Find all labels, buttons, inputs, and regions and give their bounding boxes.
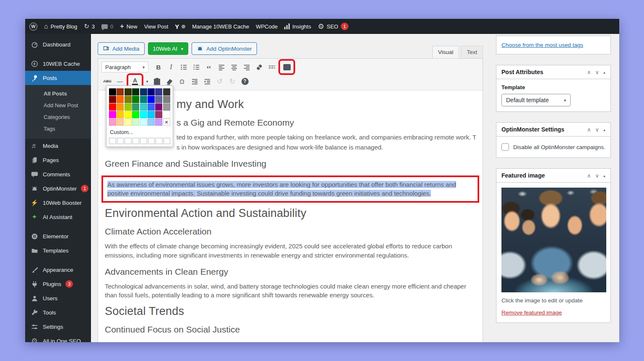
sidebar-item-comments[interactable]: Comments — [25, 167, 91, 181]
color-swatch[interactable] — [132, 88, 139, 95]
align-left-button[interactable] — [216, 62, 227, 72]
color-swatch[interactable] — [125, 119, 132, 126]
redo-button[interactable]: ↻ — [226, 76, 238, 87]
color-swatch[interactable] — [148, 96, 155, 103]
color-swatch[interactable] — [109, 88, 116, 95]
custom-color-slot[interactable] — [117, 138, 124, 144]
help-button[interactable]: ? — [239, 76, 251, 87]
color-swatch[interactable] — [109, 111, 116, 118]
special-character-button[interactable]: Ω — [176, 76, 188, 87]
move-down-icon[interactable]: ∨ — [595, 173, 599, 179]
sidebar-item-10web-booster[interactable]: ⚡ 10Web Booster — [25, 196, 91, 210]
color-swatch[interactable] — [163, 103, 170, 111]
color-swatch[interactable] — [117, 119, 124, 126]
color-swatch[interactable] — [132, 119, 139, 126]
add-media-button[interactable]: Add Media — [98, 42, 145, 55]
sidebar-item-pages[interactable]: Pages — [25, 153, 91, 167]
sidebar-item-tools[interactable]: Tools — [25, 305, 91, 320]
numbered-list-button[interactable] — [190, 62, 202, 72]
tab-text[interactable]: Text — [461, 46, 483, 58]
add-optinmonster-button[interactable]: Add OptinMonster — [192, 42, 257, 55]
manage-cache-menu[interactable]: Manage 10WEB Cache — [192, 23, 249, 30]
submenu-item-all-posts[interactable]: All Posts — [25, 88, 91, 99]
color-swatch[interactable] — [163, 88, 170, 95]
insert-link-button[interactable] — [253, 62, 265, 72]
color-swatch[interactable] — [117, 88, 124, 95]
color-swatch[interactable] — [155, 96, 162, 103]
bulleted-list-button[interactable] — [178, 62, 190, 72]
sidebar-item-users[interactable]: Users — [25, 291, 91, 305]
sidebar-item-media[interactable]: ♬ Media — [25, 139, 91, 153]
color-swatch[interactable] — [140, 88, 147, 95]
color-swatch[interactable] — [132, 111, 139, 118]
color-swatch[interactable] — [125, 88, 132, 95]
color-swatch[interactable] — [125, 103, 132, 111]
color-swatch[interactable] — [132, 103, 139, 111]
color-swatch[interactable] — [163, 96, 170, 103]
color-swatch[interactable] — [140, 111, 147, 118]
blockquote-button[interactable]: “ — [203, 62, 215, 72]
most-used-tags-link[interactable]: Choose from the most used tags — [501, 42, 583, 48]
toolbar-toggle-button[interactable] — [281, 62, 293, 72]
outdent-button[interactable] — [189, 76, 200, 87]
color-swatch[interactable] — [155, 88, 162, 95]
sidebar-item-appearance[interactable]: Appearance — [25, 263, 91, 277]
color-swatch[interactable] — [148, 103, 155, 111]
comments-menu[interactable]: 0 — [101, 23, 113, 30]
color-swatch[interactable] — [117, 111, 124, 118]
submenu-item-tags[interactable]: Tags — [25, 123, 91, 134]
bold-button[interactable]: B — [153, 62, 164, 72]
paragraph-format-select[interactable]: Paragraph ▾ — [101, 62, 148, 72]
collapse-toggle-icon[interactable]: ▴ — [603, 127, 605, 132]
tenweb-ai-button[interactable]: 10Web AI ▾ — [148, 42, 188, 55]
color-swatch[interactable] — [148, 111, 155, 118]
custom-color-slot[interactable] — [132, 138, 140, 144]
align-right-button[interactable] — [241, 62, 252, 72]
updates-menu[interactable]: ↻ 3 — [84, 23, 95, 30]
custom-color-slot[interactable] — [156, 138, 163, 144]
wordpress-menu[interactable]: W — [29, 23, 37, 31]
sidebar-item-dashboard[interactable]: Dashboard — [25, 37, 91, 52]
wpcode-menu[interactable]: WPCode — [256, 23, 278, 30]
sidebar-item-settings[interactable]: Settings — [25, 320, 91, 334]
color-swatch[interactable] — [109, 103, 116, 111]
color-swatch[interactable] — [140, 103, 147, 111]
color-swatch[interactable] — [155, 103, 162, 111]
seo-menu[interactable]: ⚙ SEO 1 — [318, 22, 348, 31]
view-post-menu[interactable]: View Post — [144, 23, 169, 30]
disable-campaigns-checkbox[interactable] — [501, 143, 509, 151]
color-swatch[interactable] — [117, 96, 124, 103]
custom-color-slot[interactable] — [164, 138, 171, 144]
collapse-toggle-icon[interactable]: ▴ — [603, 173, 605, 178]
custom-color-slot[interactable] — [125, 138, 132, 144]
color-swatch[interactable] — [148, 88, 155, 95]
sidebar-item-ai-assistant[interactable]: ✦ AI Assistant — [25, 210, 91, 224]
custom-color-slot[interactable] — [109, 138, 116, 144]
color-swatch[interactable] — [109, 119, 116, 126]
sidebar-item-10web-cache[interactable]: 10WEB Cache — [25, 57, 91, 71]
custom-color-option[interactable]: Custom... — [109, 126, 170, 138]
move-down-icon[interactable]: ∨ — [595, 126, 599, 133]
template-select[interactable]: Default template ▾ — [501, 94, 571, 106]
custom-color-slot[interactable] — [140, 138, 147, 144]
sidebar-item-all-in-one-seo[interactable]: ⚙ All in One SEO — [25, 334, 91, 342]
sidebar-item-optinmonster[interactable]: OptinMonster 1 — [25, 181, 91, 196]
color-swatch[interactable] — [109, 96, 116, 103]
read-more-button[interactable] — [266, 62, 278, 72]
insights-menu[interactable]: Insights — [284, 23, 311, 30]
clear-color-swatch[interactable]: × — [163, 119, 170, 126]
color-swatch[interactable] — [125, 111, 132, 118]
indent-button[interactable] — [201, 76, 213, 87]
color-swatch[interactable] — [125, 96, 132, 103]
submenu-item-categories[interactable]: Categories — [25, 111, 91, 123]
site-name-menu[interactable]: ⌂ Pretty Blog — [44, 23, 77, 30]
submenu-item-add-new-post[interactable]: Add New Post — [25, 99, 91, 111]
italic-button[interactable]: I — [165, 62, 177, 72]
move-up-icon[interactable]: ∧ — [587, 126, 591, 133]
color-swatch[interactable] — [140, 96, 147, 103]
move-up-icon[interactable]: ∧ — [587, 69, 591, 75]
color-swatch[interactable] — [163, 111, 170, 118]
custom-color-slot[interactable] — [148, 138, 155, 144]
sidebar-item-templates[interactable]: Templates — [25, 243, 91, 258]
move-down-icon[interactable]: ∨ — [595, 69, 599, 75]
